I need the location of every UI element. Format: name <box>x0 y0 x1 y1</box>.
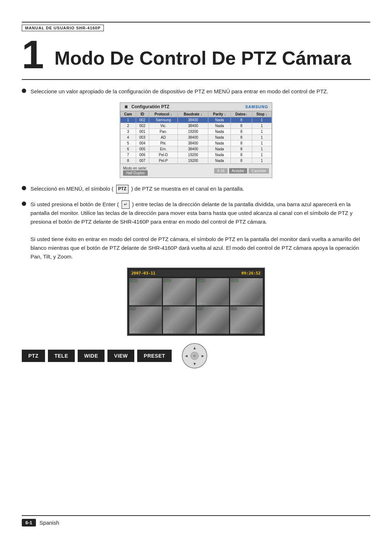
bullet-3: Si usted presiona el botón de Enter ( ↵ … <box>22 200 370 261</box>
bullet-dot-2 <box>22 186 26 190</box>
cam-cell-name: CAM 01 <box>130 302 139 305</box>
samsung-logo: SAMSUNG <box>245 105 268 109</box>
bullet-2: Seleccionó en MENÚ, el símbolo ( PTZ ) d… <box>22 184 370 194</box>
header-bar: MANUAL DE USUARIO SHR-4160P <box>22 22 370 31</box>
table-row: 3001Pan.19200Nada81 <box>121 129 272 135</box>
cam-cell: OpenCAM 03 <box>197 278 229 305</box>
enter-symbol-inline: ↵ <box>122 200 130 209</box>
dpad-right[interactable]: ► <box>201 354 205 358</box>
preset-button[interactable]: PRESET <box>137 350 172 362</box>
dpad-down[interactable]: ▼ <box>193 362 197 366</box>
chapter-number: 1 <box>22 34 44 74</box>
table-row: 1002Samsung38400Nada81 <box>121 117 272 123</box>
bullet-dot-1 <box>22 89 26 93</box>
ptz-config-title: 🖥 Configuratión PTZ <box>124 104 170 109</box>
cam-cell: RecCAM 07 <box>197 306 229 334</box>
bullet-dot-3 <box>22 202 26 206</box>
col-stop: Stop ↓ <box>252 111 271 117</box>
half-duplex-button[interactable]: Half Duplex <box>123 170 148 176</box>
tele-button[interactable]: TELE <box>48 350 75 362</box>
cam-cell-status: Open <box>231 279 238 282</box>
ptz-button[interactable]: PTZ <box>22 350 45 362</box>
footer-language: Spanish <box>40 520 59 526</box>
ptz-table-body: 1002Samsung38400Nada812002Vic.38400Nada8… <box>121 117 272 164</box>
footer-mode: Modo en serie: Half Duplex <box>123 166 148 176</box>
cam-cell: RecCAM 08 <box>230 306 263 334</box>
footer-badge: 6-1 <box>22 519 36 526</box>
col-protocol: Protocol ↓ <box>149 111 178 117</box>
wide-button[interactable]: WIDE <box>78 350 105 362</box>
cam-cell-status: Rec <box>164 307 170 310</box>
main-content: Seleccione un valor apropiado de la conf… <box>22 87 370 374</box>
dpad-container: ▲ ▼ ◄ ► ⊙ <box>182 343 207 369</box>
cam-cell-status: Rec <box>231 307 237 310</box>
cam-cell-status: Rec <box>130 307 136 310</box>
config-icon: 🖥 <box>124 105 128 109</box>
cam-cell-name: CAM 06 <box>164 330 173 333</box>
cam-grid: OpenCAM 01OpenCAM 02OpenCAM 03OpenCAM 04… <box>129 278 263 334</box>
cam-grid-top-bar: 2007-03-11 09:26:52 <box>129 270 263 277</box>
table-row: 8007Pel-P19200Nada81 <box>121 158 272 164</box>
bullet-text-3: Si usted presiona el botón de Enter ( ↵ … <box>30 200 370 261</box>
view-button[interactable]: VIEW <box>107 350 134 362</box>
cam-cell: OpenCAM 04 <box>230 278 263 305</box>
control-buttons-row: PTZ TELE WIDE VIEW PRESET ▲ ▼ ◄ ► ⊙ <box>22 343 370 369</box>
manual-label: MANUAL DE USUARIO SHR-4160P <box>22 25 104 31</box>
cam-cell-status: Open <box>197 279 205 282</box>
table-row: 5004Phi.38400Nada81 <box>121 141 272 146</box>
cam-cell-name: CAM 08 <box>231 330 240 333</box>
ptz-config-footer: Modo en serie: Half Duplex 9-16 Aceptar … <box>120 164 272 178</box>
accept-button[interactable]: Aceptar <box>229 168 247 174</box>
chapter-title: Modo De Control De PTZ Cámara <box>54 47 351 69</box>
cam-cell-name: CAM 05 <box>130 330 139 333</box>
col-datos: Datos↓ <box>231 111 252 117</box>
table-row: 2002Vic.38400Nada81 <box>121 123 272 129</box>
bullet-text-1: Seleccione un valor apropiado de la conf… <box>30 87 370 96</box>
col-cam: Cam <box>121 111 136 117</box>
cam-cell: OpenCAM 02 <box>163 278 196 305</box>
table-header-row: Cam ID Protocol ↓ Baudrate ↓ Parity ↓ Da… <box>121 111 272 117</box>
mode-label: Modo en serie: <box>123 166 147 170</box>
cam-cell-status: Rec <box>197 307 203 310</box>
cam-grid-screenshot: 2007-03-11 09:26:52 OpenCAM 01OpenCAM 02… <box>127 268 265 336</box>
footer: 6-1 Spanish <box>22 515 370 526</box>
cam-cell: RecCAM 06 <box>163 306 196 334</box>
col-id: ID <box>136 111 149 117</box>
dpad: ▲ ▼ ◄ ► ⊙ <box>182 343 207 369</box>
cam-cell-status: Open <box>130 279 138 282</box>
cam-cell-name: CAM 07 <box>197 330 207 333</box>
cam-cell-name: CAM 03 <box>197 302 207 305</box>
ptz-symbol-inline: PTZ <box>116 185 129 193</box>
table-row: 4003AD38400Nada81 <box>121 135 272 141</box>
page-9-16-button[interactable]: 9-16 <box>214 168 227 174</box>
ptz-config-dialog: 🖥 Configuratión PTZ SAMSUNG Cam ID Proto… <box>120 102 272 178</box>
ptz-table: Cam ID Protocol ↓ Baudrate ↓ Parity ↓ Da… <box>120 111 272 164</box>
cam-cell-status: Open <box>164 279 171 282</box>
bullet-text-2: Seleccionó en MENÚ, el símbolo ( PTZ ) d… <box>30 184 370 194</box>
table-row: 6005Ern.38400Nada81 <box>121 146 272 152</box>
dpad-left[interactable]: ◄ <box>184 354 188 358</box>
dpad-up[interactable]: ▲ <box>193 346 197 350</box>
col-parity: Parity ↓ <box>208 111 231 117</box>
cam-cell: OpenCAM 01 <box>129 278 162 305</box>
dpad-center[interactable]: ⊙ <box>191 352 199 360</box>
cam-cell-name: CAM 04 <box>231 302 240 305</box>
cam-cell-name: CAM 02 <box>164 302 173 305</box>
cam-grid-date: 2007-03-11 <box>131 271 155 276</box>
ptz-config-header: 🖥 Configuratión PTZ SAMSUNG <box>120 103 272 111</box>
col-baudrate: Baudrate ↓ <box>178 111 208 117</box>
bullet-1: Seleccione un valor apropiado de la conf… <box>22 87 370 96</box>
cam-cell: RecCAM 05 <box>129 306 162 334</box>
title-divider <box>22 79 370 80</box>
table-row: 7006Pel-D19200Nada81 <box>121 152 272 158</box>
footer-buttons: 9-16 Aceptar Cancelar <box>214 168 269 174</box>
cam-grid-time: 09:26:52 <box>241 271 261 276</box>
cancel-button[interactable]: Cancelar <box>249 168 269 174</box>
